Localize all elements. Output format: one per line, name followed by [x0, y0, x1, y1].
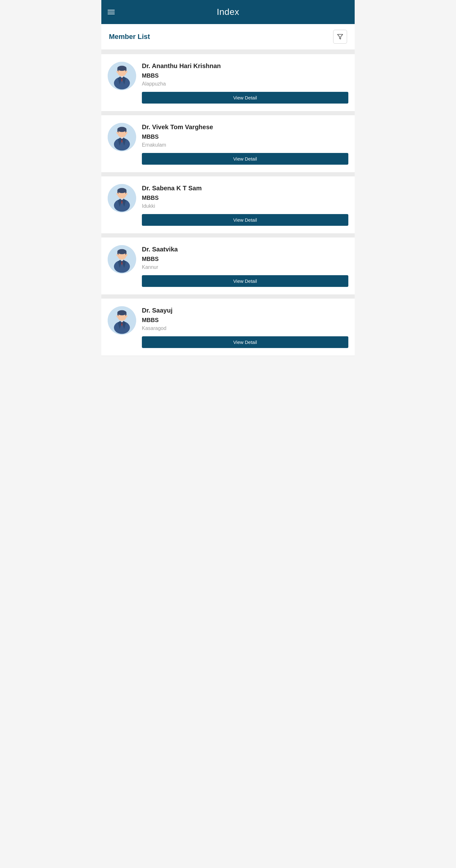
- svg-point-57: [117, 315, 118, 317]
- svg-point-58: [126, 315, 127, 317]
- avatar: [108, 184, 136, 213]
- app-header: Index: [101, 0, 355, 24]
- avatar: [108, 123, 136, 151]
- svg-point-21: [117, 132, 118, 134]
- card-separator: [101, 173, 355, 176]
- member-name: Dr. Sabena K T Sam: [142, 184, 348, 192]
- filter-icon: [337, 34, 343, 40]
- svg-point-10: [126, 71, 127, 73]
- member-degree: MBBS: [142, 256, 348, 262]
- view-detail-button[interactable]: View Detail: [142, 153, 348, 165]
- member-card-5: Dr. Saayuj MBBS Kasaragod View Detail: [101, 299, 355, 356]
- hamburger-menu-icon[interactable]: [108, 10, 115, 14]
- member-card: Dr. Saatvika MBBS Kannur View Detail: [101, 238, 355, 295]
- svg-point-22: [126, 132, 127, 134]
- member-degree: MBBS: [142, 317, 348, 323]
- svg-point-9: [117, 71, 118, 73]
- view-detail-button[interactable]: View Detail: [142, 92, 348, 103]
- svg-point-15: [118, 127, 127, 132]
- member-card: Dr. Sabena K T Sam MBBS Idukki View Deta…: [101, 176, 355, 234]
- member-location: Kannur: [142, 265, 348, 270]
- card-separator: [101, 295, 355, 299]
- member-info: Dr. Ananthu Hari Krishnan MBBS Alappuzha…: [142, 62, 348, 103]
- member-degree: MBBS: [142, 134, 348, 140]
- member-list-header: Member List: [101, 24, 355, 50]
- avatar: [108, 62, 136, 90]
- member-name: Dr. Saayuj: [142, 306, 348, 314]
- svg-point-3: [118, 66, 127, 71]
- member-card: Dr. Ananthu Hari Krishnan MBBS Alappuzha…: [101, 54, 355, 112]
- avatar: [108, 245, 136, 274]
- member-card-4: Dr. Saatvika MBBS Kannur View Detail: [101, 238, 355, 295]
- member-list-title: Member List: [109, 33, 150, 41]
- member-location: Alappuzha: [142, 81, 348, 87]
- section-separator: [101, 50, 355, 54]
- view-detail-button[interactable]: View Detail: [142, 214, 348, 226]
- member-card-1: Dr. Ananthu Hari Krishnan MBBS Alappuzha…: [101, 54, 355, 112]
- member-location: Ernakulam: [142, 142, 348, 148]
- member-name: Dr. Ananthu Hari Krishnan: [142, 62, 348, 70]
- view-detail-button[interactable]: View Detail: [142, 336, 348, 348]
- member-card-3: Dr. Sabena K T Sam MBBS Idukki View Deta…: [101, 176, 355, 234]
- avatar: [108, 306, 136, 335]
- svg-point-34: [126, 193, 127, 195]
- svg-point-27: [118, 188, 127, 193]
- member-location: Idukki: [142, 203, 348, 209]
- svg-marker-0: [338, 34, 343, 39]
- member-info: Dr. Saatvika MBBS Kannur View Detail: [142, 245, 348, 287]
- card-separator: [101, 112, 355, 115]
- svg-point-46: [126, 254, 127, 256]
- members-list: Dr. Ananthu Hari Krishnan MBBS Alappuzha…: [101, 54, 355, 356]
- card-separator: [101, 234, 355, 238]
- view-detail-button[interactable]: View Detail: [142, 275, 348, 287]
- member-card-2: Dr. Vivek Tom Varghese MBBS Ernakulam Vi…: [101, 115, 355, 173]
- member-info: Dr. Sabena K T Sam MBBS Idukki View Deta…: [142, 184, 348, 226]
- svg-point-39: [118, 249, 127, 254]
- filter-button[interactable]: [333, 30, 347, 44]
- member-info: Dr. Saayuj MBBS Kasaragod View Detail: [142, 306, 348, 348]
- member-info: Dr. Vivek Tom Varghese MBBS Ernakulam Vi…: [142, 123, 348, 165]
- member-degree: MBBS: [142, 72, 348, 79]
- page-title: Index: [217, 7, 239, 17]
- svg-point-33: [117, 193, 118, 195]
- svg-point-45: [117, 254, 118, 256]
- member-degree: MBBS: [142, 195, 348, 202]
- member-name: Dr. Vivek Tom Varghese: [142, 123, 348, 131]
- member-card: Dr. Saayuj MBBS Kasaragod View Detail: [101, 299, 355, 356]
- svg-point-51: [118, 310, 127, 315]
- member-card: Dr. Vivek Tom Varghese MBBS Ernakulam Vi…: [101, 115, 355, 173]
- member-name: Dr. Saatvika: [142, 245, 348, 253]
- member-location: Kasaragod: [142, 326, 348, 331]
